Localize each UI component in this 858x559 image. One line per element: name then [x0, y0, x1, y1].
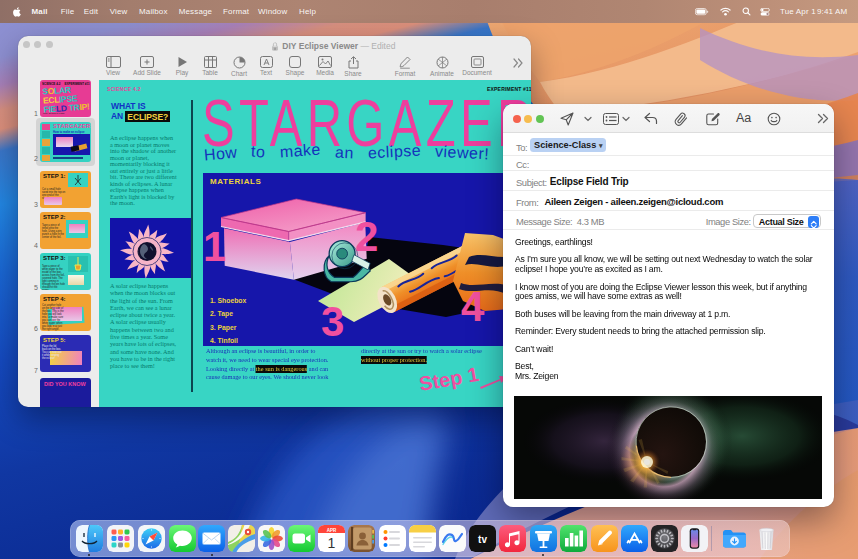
svg-text:APR: APR	[327, 528, 337, 533]
svg-text:3: 3	[321, 298, 344, 345]
svg-text:2: 2	[355, 213, 378, 260]
svg-text:4: 4	[461, 283, 485, 330]
svg-text:1: 1	[328, 535, 336, 551]
svg-text:1: 1	[203, 223, 226, 270]
svg-text:tv: tv	[478, 534, 487, 545]
